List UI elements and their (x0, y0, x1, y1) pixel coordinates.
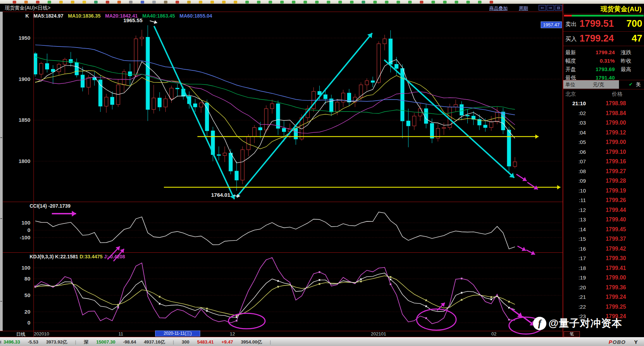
cci-values-label: CCI(14) -207.1739 (30, 203, 70, 209)
index-quotes: 3496.33-5.533973.92亿|深15007.30-98.644937… (4, 338, 271, 346)
tick-row: :081799.27 (563, 168, 644, 176)
kdj-j: J:-0.4208 (104, 254, 125, 259)
ask-label: 卖出 (565, 21, 577, 28)
brand-logo: POBO (609, 338, 626, 346)
status-bar: ▣ 3496.33-5.533973.92亿|深15007.30-98.6449… (0, 337, 644, 346)
brand-rest: OBO (613, 339, 626, 345)
y-axis-tick: 100 (12, 220, 30, 226)
tick-row: :181799.41 (563, 265, 644, 273)
strip-tick (0, 301, 2, 302)
tick-row: :041799.12 (563, 130, 644, 137)
kdj-values-label: KDJ(9,3,3) K:22.1581 D:33.4475 J:-0.4208 (30, 254, 125, 259)
ma60-label: MA60:1855.04 (179, 13, 212, 19)
status-item: 300 (182, 338, 190, 346)
tick-row: :201799.36 (563, 284, 644, 292)
tick-row: :021798.84 (563, 110, 644, 118)
period-axis-label[interactable]: 日线 (16, 331, 25, 338)
cci-value: -207.1739 (48, 203, 70, 209)
unit-row: 单位 元/克 ✔ 美 (563, 80, 644, 89)
tick-row: 21:101798.98 (563, 100, 644, 108)
y-axis-tick: 20 (12, 309, 30, 315)
y-axis-tick: 100 (12, 265, 30, 271)
cci-line (35, 212, 515, 249)
y-axis-tick: 1950 (12, 35, 30, 41)
tick-row: :121799.44 (563, 207, 644, 215)
status-item: 3496.33 (4, 338, 20, 346)
y-axis-tick: 1900 (12, 76, 30, 82)
tick-row: :161799.42 (563, 246, 644, 253)
tick-row: :111799.26 (563, 197, 644, 205)
tick-row: :071799.16 (563, 158, 644, 166)
ma5-label: MA5:1824.97 (33, 13, 63, 19)
y-axis-tick: 80 (12, 276, 30, 282)
check-icon[interactable]: ✔ (629, 82, 633, 87)
bid-row: 买入 1799.24 47 (563, 32, 644, 46)
status-item: 3954.00亿 (241, 338, 262, 346)
y-axis-tick: -100 (12, 234, 30, 240)
y-axis-tick: 1800 (12, 158, 30, 164)
tick-row: :211799.24 (563, 294, 644, 302)
y-axis-tick: 0 (12, 227, 30, 233)
info-row: 最新1799.24涨跌 (563, 48, 644, 57)
sidebar-instrument-title: 现货黄金(AU) (563, 5, 642, 14)
status-item: | (75, 338, 76, 346)
unit-label: 单位 (565, 82, 575, 88)
right-price-tag: 1957.47 (541, 21, 562, 28)
kdj-lines (35, 258, 515, 324)
y-axis-tick: 1850 (12, 117, 30, 123)
watermark-text: @量子对冲资本 (548, 316, 622, 331)
k-label: K (25, 13, 29, 19)
unit-alt-currency[interactable]: 美 (636, 82, 641, 88)
kdj-d: D:33.4475 (80, 254, 103, 259)
ma10-label: MA10:1836.35 (68, 13, 101, 19)
panel-borders (0, 4, 563, 337)
strip-tick (0, 137, 2, 138)
status-item: | (270, 338, 271, 346)
cci-name: CCI(14) (30, 203, 47, 209)
tick-row: :131799.40 (563, 216, 644, 224)
status-item: 15007.30 (96, 338, 115, 346)
tab-bi[interactable]: 笔 (564, 331, 580, 337)
bid-volume: 47 (632, 33, 642, 44)
status-item: 4937.16亿 (144, 338, 165, 346)
tick-row: :051799.00 (563, 139, 644, 147)
chart-canvas[interactable] (0, 0, 644, 346)
y-axis-tick: 0 (12, 320, 30, 326)
kdj-k: K:22.1581 (55, 254, 78, 259)
kdj-name: KDJ(9,3,3) (30, 254, 54, 259)
status-item: -98.64 (123, 338, 136, 346)
tick-row: :191799.00 (563, 275, 644, 282)
ask-row: 卖出 1799.51 700 (563, 18, 644, 31)
watermark: f @量子对冲资本 (533, 316, 622, 331)
ask-volume: 700 (626, 18, 642, 29)
col-time: 北京 (565, 91, 576, 97)
tick-row: :221799.25 (563, 304, 644, 312)
x-axis-label: 02 (491, 331, 496, 336)
ma-values-label: K MA5:1824.97 MA10:1836.35 MA20:1842.41 … (25, 13, 215, 19)
tick-row: :031799.00 (563, 120, 644, 127)
watermark-logo-icon: f (533, 317, 546, 330)
info-row: 开盘1793.69最高 (563, 65, 644, 74)
app-icon: ▣ (0, 338, 1, 346)
y-axis-tick: 50 (12, 292, 30, 298)
tick-row: :171799.30 (563, 255, 644, 263)
status-item: 深 (84, 338, 88, 346)
tick-list-header: 北京 价格 (563, 91, 644, 99)
tick-row: :101799.19 (563, 188, 644, 195)
low-price-annotation: 1764.01 (211, 192, 230, 198)
tick-row: :141799.45 (563, 226, 644, 234)
tick-row: :091799.28 (563, 178, 644, 185)
left-edge-strip (0, 12, 3, 331)
funnel-icon[interactable]: Y (634, 338, 638, 346)
strip-tick (0, 218, 2, 219)
ma40-label: MA40:1863.45 (142, 13, 175, 19)
tick-row: :151799.37 (563, 236, 644, 244)
quote-sidebar: 现货黄金(AU) 卖出 1799.51 700 买入 1799.24 47 最新… (563, 4, 644, 337)
bid-label: 买入 (565, 36, 577, 43)
gridlines (34, 38, 563, 323)
status-item: 3973.92亿 (46, 338, 67, 346)
col-price: 价格 (612, 91, 622, 97)
x-axis-label: 202101 (371, 331, 386, 336)
status-item: -5.53 (28, 338, 38, 346)
x-axis-label: 11 (118, 331, 123, 336)
